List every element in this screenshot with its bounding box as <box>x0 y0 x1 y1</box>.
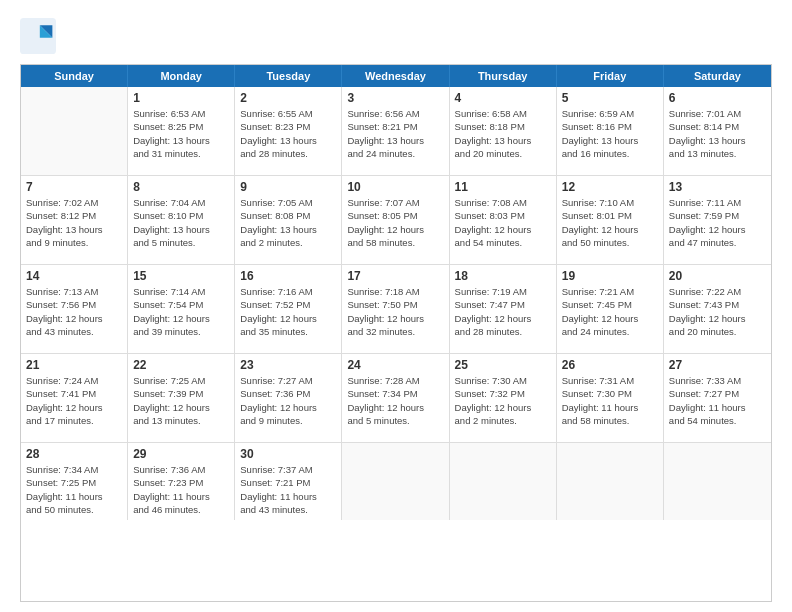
day-info: Sunrise: 7:13 AM Sunset: 7:56 PM Dayligh… <box>26 285 122 338</box>
calendar-cell: 13Sunrise: 7:11 AM Sunset: 7:59 PM Dayli… <box>664 176 771 264</box>
day-info: Sunrise: 7:36 AM Sunset: 7:23 PM Dayligh… <box>133 463 229 516</box>
day-info: Sunrise: 7:08 AM Sunset: 8:03 PM Dayligh… <box>455 196 551 249</box>
day-info: Sunrise: 7:04 AM Sunset: 8:10 PM Dayligh… <box>133 196 229 249</box>
day-number: 2 <box>240 91 336 105</box>
day-info: Sunrise: 7:18 AM Sunset: 7:50 PM Dayligh… <box>347 285 443 338</box>
calendar-cell: 20Sunrise: 7:22 AM Sunset: 7:43 PM Dayli… <box>664 265 771 353</box>
day-info: Sunrise: 6:56 AM Sunset: 8:21 PM Dayligh… <box>347 107 443 160</box>
day-info: Sunrise: 6:53 AM Sunset: 8:25 PM Dayligh… <box>133 107 229 160</box>
calendar-cell: 6Sunrise: 7:01 AM Sunset: 8:14 PM Daylig… <box>664 87 771 175</box>
day-number: 4 <box>455 91 551 105</box>
header-day-wednesday: Wednesday <box>342 65 449 87</box>
day-info: Sunrise: 7:05 AM Sunset: 8:08 PM Dayligh… <box>240 196 336 249</box>
logo <box>20 18 62 54</box>
day-number: 8 <box>133 180 229 194</box>
day-number: 22 <box>133 358 229 372</box>
calendar-row-5: 28Sunrise: 7:34 AM Sunset: 7:25 PM Dayli… <box>21 442 771 520</box>
calendar-cell: 19Sunrise: 7:21 AM Sunset: 7:45 PM Dayli… <box>557 265 664 353</box>
header-day-saturday: Saturday <box>664 65 771 87</box>
header-day-monday: Monday <box>128 65 235 87</box>
calendar-cell <box>450 443 557 520</box>
calendar-cell: 4Sunrise: 6:58 AM Sunset: 8:18 PM Daylig… <box>450 87 557 175</box>
calendar-body: 1Sunrise: 6:53 AM Sunset: 8:25 PM Daylig… <box>21 87 771 520</box>
day-number: 28 <box>26 447 122 461</box>
calendar-cell <box>664 443 771 520</box>
calendar-cell: 18Sunrise: 7:19 AM Sunset: 7:47 PM Dayli… <box>450 265 557 353</box>
calendar-cell: 27Sunrise: 7:33 AM Sunset: 7:27 PM Dayli… <box>664 354 771 442</box>
calendar-cell: 24Sunrise: 7:28 AM Sunset: 7:34 PM Dayli… <box>342 354 449 442</box>
day-number: 3 <box>347 91 443 105</box>
calendar-cell: 21Sunrise: 7:24 AM Sunset: 7:41 PM Dayli… <box>21 354 128 442</box>
calendar-cell: 30Sunrise: 7:37 AM Sunset: 7:21 PM Dayli… <box>235 443 342 520</box>
day-info: Sunrise: 7:31 AM Sunset: 7:30 PM Dayligh… <box>562 374 658 427</box>
calendar-row-3: 14Sunrise: 7:13 AM Sunset: 7:56 PM Dayli… <box>21 264 771 353</box>
header-day-friday: Friday <box>557 65 664 87</box>
calendar-cell: 5Sunrise: 6:59 AM Sunset: 8:16 PM Daylig… <box>557 87 664 175</box>
header-day-tuesday: Tuesday <box>235 65 342 87</box>
day-info: Sunrise: 7:11 AM Sunset: 7:59 PM Dayligh… <box>669 196 766 249</box>
calendar-cell: 22Sunrise: 7:25 AM Sunset: 7:39 PM Dayli… <box>128 354 235 442</box>
day-number: 10 <box>347 180 443 194</box>
calendar-cell: 10Sunrise: 7:07 AM Sunset: 8:05 PM Dayli… <box>342 176 449 264</box>
day-info: Sunrise: 7:07 AM Sunset: 8:05 PM Dayligh… <box>347 196 443 249</box>
day-number: 7 <box>26 180 122 194</box>
day-number: 25 <box>455 358 551 372</box>
calendar-cell <box>557 443 664 520</box>
calendar-row-2: 7Sunrise: 7:02 AM Sunset: 8:12 PM Daylig… <box>21 175 771 264</box>
day-number: 13 <box>669 180 766 194</box>
day-number: 14 <box>26 269 122 283</box>
calendar: SundayMondayTuesdayWednesdayThursdayFrid… <box>20 64 772 602</box>
calendar-header: SundayMondayTuesdayWednesdayThursdayFrid… <box>21 65 771 87</box>
calendar-row-1: 1Sunrise: 6:53 AM Sunset: 8:25 PM Daylig… <box>21 87 771 175</box>
calendar-cell: 9Sunrise: 7:05 AM Sunset: 8:08 PM Daylig… <box>235 176 342 264</box>
day-info: Sunrise: 7:37 AM Sunset: 7:21 PM Dayligh… <box>240 463 336 516</box>
day-number: 26 <box>562 358 658 372</box>
day-number: 20 <box>669 269 766 283</box>
day-info: Sunrise: 7:16 AM Sunset: 7:52 PM Dayligh… <box>240 285 336 338</box>
day-number: 27 <box>669 358 766 372</box>
calendar-cell <box>342 443 449 520</box>
page: SundayMondayTuesdayWednesdayThursdayFrid… <box>0 0 792 612</box>
calendar-cell: 23Sunrise: 7:27 AM Sunset: 7:36 PM Dayli… <box>235 354 342 442</box>
calendar-cell: 2Sunrise: 6:55 AM Sunset: 8:23 PM Daylig… <box>235 87 342 175</box>
day-info: Sunrise: 7:34 AM Sunset: 7:25 PM Dayligh… <box>26 463 122 516</box>
day-number: 11 <box>455 180 551 194</box>
day-info: Sunrise: 6:58 AM Sunset: 8:18 PM Dayligh… <box>455 107 551 160</box>
day-info: Sunrise: 7:28 AM Sunset: 7:34 PM Dayligh… <box>347 374 443 427</box>
day-number: 15 <box>133 269 229 283</box>
day-number: 6 <box>669 91 766 105</box>
calendar-row-4: 21Sunrise: 7:24 AM Sunset: 7:41 PM Dayli… <box>21 353 771 442</box>
calendar-cell: 14Sunrise: 7:13 AM Sunset: 7:56 PM Dayli… <box>21 265 128 353</box>
day-info: Sunrise: 7:30 AM Sunset: 7:32 PM Dayligh… <box>455 374 551 427</box>
day-number: 30 <box>240 447 336 461</box>
calendar-cell: 26Sunrise: 7:31 AM Sunset: 7:30 PM Dayli… <box>557 354 664 442</box>
day-number: 29 <box>133 447 229 461</box>
calendar-cell: 1Sunrise: 6:53 AM Sunset: 8:25 PM Daylig… <box>128 87 235 175</box>
day-number: 23 <box>240 358 336 372</box>
day-info: Sunrise: 7:02 AM Sunset: 8:12 PM Dayligh… <box>26 196 122 249</box>
calendar-cell: 8Sunrise: 7:04 AM Sunset: 8:10 PM Daylig… <box>128 176 235 264</box>
day-info: Sunrise: 7:10 AM Sunset: 8:01 PM Dayligh… <box>562 196 658 249</box>
header-day-thursday: Thursday <box>450 65 557 87</box>
calendar-cell: 17Sunrise: 7:18 AM Sunset: 7:50 PM Dayli… <box>342 265 449 353</box>
day-info: Sunrise: 7:27 AM Sunset: 7:36 PM Dayligh… <box>240 374 336 427</box>
day-number: 21 <box>26 358 122 372</box>
day-info: Sunrise: 7:33 AM Sunset: 7:27 PM Dayligh… <box>669 374 766 427</box>
day-number: 24 <box>347 358 443 372</box>
header-day-sunday: Sunday <box>21 65 128 87</box>
calendar-cell: 29Sunrise: 7:36 AM Sunset: 7:23 PM Dayli… <box>128 443 235 520</box>
header <box>20 18 772 54</box>
logo-icon <box>20 18 56 54</box>
day-number: 12 <box>562 180 658 194</box>
day-info: Sunrise: 7:21 AM Sunset: 7:45 PM Dayligh… <box>562 285 658 338</box>
day-number: 17 <box>347 269 443 283</box>
day-info: Sunrise: 7:22 AM Sunset: 7:43 PM Dayligh… <box>669 285 766 338</box>
day-info: Sunrise: 7:01 AM Sunset: 8:14 PM Dayligh… <box>669 107 766 160</box>
day-info: Sunrise: 7:25 AM Sunset: 7:39 PM Dayligh… <box>133 374 229 427</box>
day-number: 18 <box>455 269 551 283</box>
day-info: Sunrise: 7:24 AM Sunset: 7:41 PM Dayligh… <box>26 374 122 427</box>
calendar-cell: 28Sunrise: 7:34 AM Sunset: 7:25 PM Dayli… <box>21 443 128 520</box>
calendar-cell: 15Sunrise: 7:14 AM Sunset: 7:54 PM Dayli… <box>128 265 235 353</box>
day-number: 1 <box>133 91 229 105</box>
calendar-cell: 7Sunrise: 7:02 AM Sunset: 8:12 PM Daylig… <box>21 176 128 264</box>
